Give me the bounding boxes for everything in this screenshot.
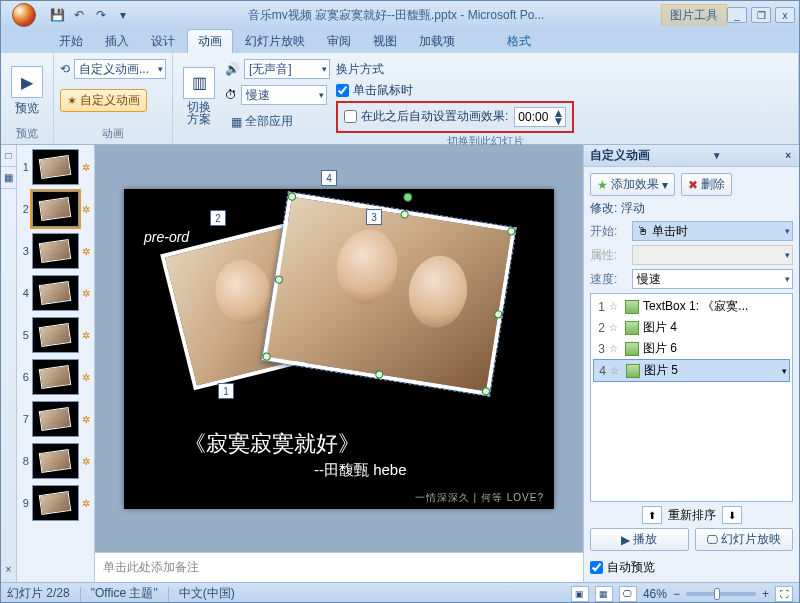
tab-review[interactable]: 审阅: [317, 30, 361, 53]
tab-design[interactable]: 设计: [141, 30, 185, 53]
tab-animations[interactable]: 动画: [187, 29, 233, 53]
zoom-out-button[interactable]: −: [673, 587, 680, 601]
apply-to-all-button[interactable]: ▦ 全部应用: [225, 111, 330, 132]
nav-close-icon[interactable]: ×: [1, 564, 16, 582]
tab-insert[interactable]: 插入: [95, 30, 139, 53]
custom-animation-button[interactable]: ✶ 自定义动画: [60, 89, 147, 112]
close-button[interactable]: x: [775, 7, 795, 23]
nav-tab-slides[interactable]: □: [1, 145, 16, 167]
tab-view[interactable]: 视图: [363, 30, 407, 53]
slideshow-button[interactable]: 🖵 幻灯片放映: [695, 528, 794, 551]
on-mouse-click-input[interactable]: [336, 84, 349, 97]
resize-handle[interactable]: [262, 352, 271, 361]
resize-handle[interactable]: [494, 309, 503, 318]
transition-sound-dropdown[interactable]: [无声音]: [244, 59, 330, 79]
on-mouse-click-checkbox[interactable]: 单击鼠标时: [336, 82, 574, 99]
slide-subtitle[interactable]: --田馥甄 hebe: [314, 461, 407, 480]
view-normal-button[interactable]: ▣: [571, 586, 589, 602]
play-button[interactable]: ▶ 播放: [590, 528, 689, 551]
pane-menu-icon[interactable]: ▼: [710, 150, 724, 161]
apply-all-label: 全部应用: [245, 113, 293, 130]
slide-canvas[interactable]: pre-ord: [124, 189, 554, 509]
animation-tag[interactable]: 3: [366, 209, 382, 225]
pane-close-icon[interactable]: ×: [783, 150, 793, 161]
thumb-slide-6[interactable]: 6✲: [19, 359, 92, 395]
chevron-down-icon[interactable]: ▾: [782, 366, 787, 376]
fit-to-window-button[interactable]: ⛶: [775, 586, 793, 602]
thumb-slide-7[interactable]: 7✲: [19, 401, 92, 437]
office-button[interactable]: [5, 1, 43, 29]
transition-scheme-button[interactable]: ▥ 切换 方案: [179, 67, 219, 125]
slide-thumbnails[interactable]: 1✲2✲3✲4✲5✲6✲7✲8✲9✲: [17, 145, 95, 582]
thumb-slide-1[interactable]: 1✲: [19, 149, 92, 185]
auto-preview-input[interactable]: [590, 561, 603, 574]
zoom-thumb[interactable]: [714, 588, 720, 600]
tab-format[interactable]: 格式: [497, 30, 541, 53]
animation-tag[interactable]: 1: [218, 383, 234, 399]
tab-addins[interactable]: 加载项: [409, 30, 465, 53]
animation-indicator-icon: ✲: [82, 330, 92, 340]
zoom-slider[interactable]: [686, 592, 756, 596]
auto-after-checkbox[interactable]: 在此之后自动设置动画效果:: [344, 108, 508, 125]
preview-button[interactable]: ▶ 预览: [7, 66, 47, 117]
effect-item[interactable]: 2☆图片 4: [593, 317, 790, 338]
effect-item[interactable]: 3☆图片 6: [593, 338, 790, 359]
resize-handle[interactable]: [287, 192, 296, 201]
thumb-slide-5[interactable]: 5✲: [19, 317, 92, 353]
thumb-slide-9[interactable]: 9✲: [19, 485, 92, 521]
transition-speed-dropdown[interactable]: 慢速: [241, 85, 327, 105]
slide-title[interactable]: 《寂寞寂寞就好》: [184, 429, 360, 459]
animation-tag[interactable]: 4: [321, 170, 337, 186]
rotate-handle[interactable]: [403, 192, 413, 202]
animation-tag[interactable]: 2: [210, 210, 226, 226]
add-effect-button[interactable]: 添加效果 ▾: [590, 173, 675, 196]
ribbon: ▶ 预览 预览 ⟲ 自定义动画... ✶ 自定义动画 动画 ▥ 切换 方案: [1, 53, 799, 145]
minimize-button[interactable]: _: [727, 7, 747, 23]
move-up-button[interactable]: ⬆: [642, 506, 662, 524]
status-language[interactable]: 中文(中国): [179, 585, 235, 602]
nav-tab-outline[interactable]: ▦: [1, 167, 16, 189]
remove-effect-button[interactable]: ✖删除: [681, 173, 732, 196]
thumb-slide-2[interactable]: 2✲: [19, 191, 92, 227]
thumb-preview: [32, 401, 79, 437]
animate-dropdown[interactable]: 自定义动画...: [74, 59, 166, 79]
effects-list[interactable]: 1☆TextBox 1: 《寂寞...2☆图片 43☆图片 64☆图片 5▾: [590, 293, 793, 502]
thumb-slide-3[interactable]: 3✲: [19, 233, 92, 269]
thumb-slide-8[interactable]: 8✲: [19, 443, 92, 479]
effect-type-icon: [625, 300, 639, 314]
auto-preview-checkbox[interactable]: 自动预览: [590, 555, 793, 576]
animation-indicator-icon: ✲: [82, 372, 92, 382]
restore-button[interactable]: ❐: [751, 7, 771, 23]
resize-handle[interactable]: [375, 369, 384, 378]
mouse-icon: 🖱: [637, 224, 649, 238]
auto-after-time[interactable]: 00:00 ▲▼: [514, 107, 566, 127]
slide-image-selected[interactable]: [262, 192, 516, 396]
view-slideshow-button[interactable]: 🖵: [619, 586, 637, 602]
move-down-button[interactable]: ⬇: [722, 506, 742, 524]
effect-item[interactable]: 4☆图片 5▾: [593, 359, 790, 382]
qat-menu-icon[interactable]: ▾: [115, 7, 131, 23]
zoom-percent[interactable]: 46%: [643, 587, 667, 601]
notes-pane[interactable]: 单击此处添加备注: [95, 552, 583, 582]
view-sorter-button[interactable]: ▦: [595, 586, 613, 602]
resize-handle[interactable]: [274, 275, 283, 284]
canvas-area[interactable]: pre-ord: [95, 145, 583, 552]
slide-pre-text: pre-ord: [144, 229, 189, 245]
speed-dropdown[interactable]: 慢速: [632, 269, 793, 289]
save-icon[interactable]: 💾: [49, 7, 65, 23]
on-mouse-click-label: 单击鼠标时: [353, 82, 413, 99]
resize-handle[interactable]: [400, 209, 409, 218]
thumb-slide-4[interactable]: 4✲: [19, 275, 92, 311]
resize-handle[interactable]: [507, 226, 516, 235]
effect-item[interactable]: 1☆TextBox 1: 《寂寞...: [593, 296, 790, 317]
auto-after-input[interactable]: [344, 110, 357, 123]
undo-icon[interactable]: ↶: [71, 7, 87, 23]
redo-icon[interactable]: ↷: [93, 7, 109, 23]
tab-slideshow[interactable]: 幻灯片放映: [235, 30, 315, 53]
tab-home[interactable]: 开始: [49, 30, 93, 53]
zoom-in-button[interactable]: +: [762, 587, 769, 601]
start-dropdown[interactable]: 🖱 单击时: [632, 221, 793, 241]
preview-icon: ▶: [11, 66, 43, 98]
resize-handle[interactable]: [481, 386, 490, 395]
time-spinner[interactable]: ▲▼: [552, 109, 564, 125]
